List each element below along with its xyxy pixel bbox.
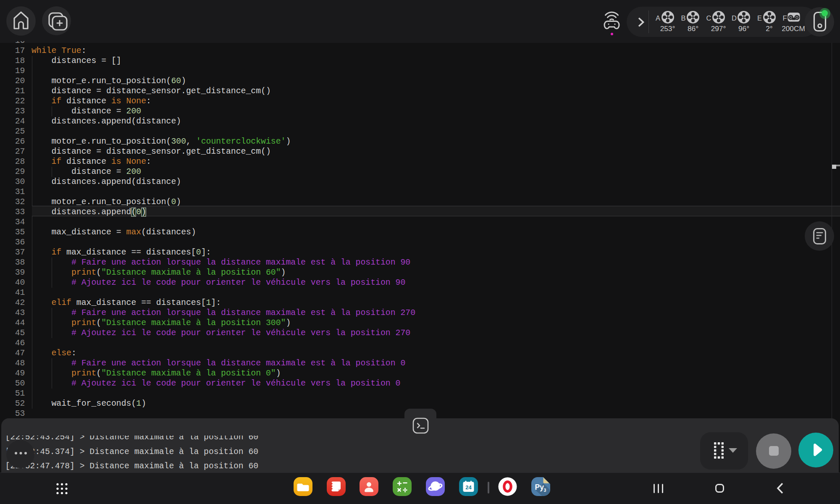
svg-text:Py: Py	[535, 483, 544, 491]
svg-text:24: 24	[465, 484, 472, 491]
svg-text:3: 3	[543, 488, 546, 493]
